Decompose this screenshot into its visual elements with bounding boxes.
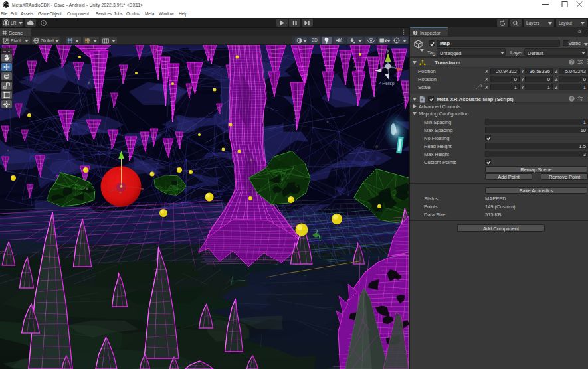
svg-text:x: x [401, 61, 404, 66]
svg-text:?: ? [571, 96, 573, 101]
svg-text:#: # [421, 98, 423, 101]
svg-text:y: y [387, 47, 389, 53]
svg-text:?: ? [571, 60, 573, 64]
